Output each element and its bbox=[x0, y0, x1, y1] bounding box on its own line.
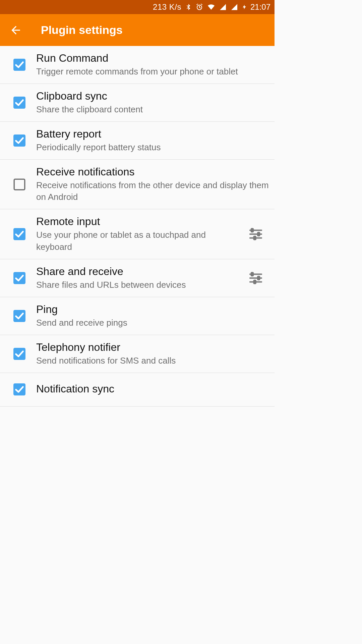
checkbox-telephony-notifier[interactable] bbox=[3, 348, 36, 360]
plugin-subtitle: Share files and URLs between devices bbox=[36, 279, 242, 291]
signal-icon bbox=[219, 3, 227, 11]
plugin-text: Run CommandTrigger remote commands from … bbox=[36, 52, 269, 77]
status-bar: 213 K/s 21:07 bbox=[0, 0, 275, 14]
plugin-title: Clipboard sync bbox=[36, 90, 269, 102]
plugin-title: Telephony notifier bbox=[36, 341, 269, 354]
checkbox-share-and-receive[interactable] bbox=[3, 272, 36, 284]
bluetooth-icon bbox=[185, 3, 192, 11]
checkbox-receive-notifications[interactable] bbox=[3, 178, 36, 191]
checkbox-ping[interactable] bbox=[3, 310, 36, 322]
checkbox-checked-icon bbox=[13, 228, 25, 240]
network-speed: 213 K/s bbox=[153, 2, 181, 12]
plugin-settings-button-remote-input[interactable] bbox=[242, 226, 269, 242]
clock: 21:07 bbox=[250, 2, 270, 12]
plugin-row-clipboard-sync[interactable]: Clipboard syncShare the clipboard conten… bbox=[0, 84, 275, 122]
plugin-title: Ping bbox=[36, 303, 269, 316]
plugin-text: Remote inputUse your phone or tablet as … bbox=[36, 215, 242, 253]
plugin-subtitle: Share the clipboard content bbox=[36, 104, 269, 115]
plugin-row-run-command[interactable]: Run CommandTrigger remote commands from … bbox=[0, 46, 275, 84]
checkbox-run-command[interactable] bbox=[3, 59, 36, 71]
plugin-row-receive-notifications[interactable]: Receive notificationsReceive notificatio… bbox=[0, 160, 275, 209]
plugin-text: Receive notificationsReceive notificatio… bbox=[36, 166, 269, 203]
plugin-text: Telephony notifierSend notifications for… bbox=[36, 341, 269, 367]
sliders-icon bbox=[248, 226, 263, 242]
plugin-row-share-and-receive[interactable]: Share and receiveShare files and URLs be… bbox=[0, 259, 275, 297]
plugin-title: Notification sync bbox=[36, 383, 269, 395]
checkbox-notification-sync[interactable] bbox=[3, 383, 36, 395]
page-title: Plugin settings bbox=[41, 23, 123, 37]
checkbox-clipboard-sync[interactable] bbox=[3, 97, 36, 109]
plugin-row-telephony-notifier[interactable]: Telephony notifierSend notifications for… bbox=[0, 335, 275, 373]
checkbox-unchecked-icon bbox=[13, 178, 25, 191]
plugin-text: Battery reportPeriodically report batter… bbox=[36, 128, 269, 153]
checkbox-battery-report[interactable] bbox=[3, 135, 36, 147]
charging-icon bbox=[242, 3, 247, 11]
plugin-row-notification-sync[interactable]: Notification sync bbox=[0, 373, 275, 407]
plugin-title: Battery report bbox=[36, 128, 269, 140]
plugin-settings-button-share-and-receive[interactable] bbox=[242, 270, 269, 286]
plugin-subtitle: Send and receive pings bbox=[36, 317, 269, 329]
back-button[interactable] bbox=[4, 18, 27, 42]
wifi-icon bbox=[207, 3, 216, 11]
plugin-subtitle: Receive notifications from the other dev… bbox=[36, 179, 269, 203]
plugin-row-battery-report[interactable]: Battery reportPeriodically report batter… bbox=[0, 122, 275, 160]
back-arrow-icon bbox=[9, 24, 22, 37]
plugin-title: Run Command bbox=[36, 52, 269, 64]
checkbox-checked-icon bbox=[13, 135, 25, 147]
plugin-row-ping[interactable]: PingSend and receive pings bbox=[0, 297, 275, 335]
plugin-text: Notification sync bbox=[36, 383, 269, 396]
plugin-text: PingSend and receive pings bbox=[36, 303, 269, 329]
signal-icon-2 bbox=[230, 3, 238, 11]
checkbox-checked-icon bbox=[13, 97, 25, 109]
plugin-list: Run CommandTrigger remote commands from … bbox=[0, 46, 275, 407]
plugin-subtitle: Send notifications for SMS and calls bbox=[36, 355, 269, 367]
checkbox-remote-input[interactable] bbox=[3, 228, 36, 240]
plugin-title: Remote input bbox=[36, 215, 242, 228]
plugin-row-remote-input[interactable]: Remote inputUse your phone or tablet as … bbox=[0, 209, 275, 259]
checkbox-checked-icon bbox=[13, 348, 25, 360]
checkbox-checked-icon bbox=[13, 310, 25, 322]
app-bar: Plugin settings bbox=[0, 14, 275, 46]
checkbox-checked-icon bbox=[13, 272, 25, 284]
plugin-text: Share and receiveShare files and URLs be… bbox=[36, 265, 242, 291]
plugin-subtitle: Use your phone or tablet as a touchpad a… bbox=[36, 229, 242, 253]
alarm-icon bbox=[195, 3, 203, 11]
plugin-text: Clipboard syncShare the clipboard conten… bbox=[36, 90, 269, 115]
checkbox-checked-icon bbox=[13, 59, 25, 71]
plugin-subtitle: Periodically report battery status bbox=[36, 142, 269, 153]
plugin-title: Share and receive bbox=[36, 265, 242, 278]
sliders-icon bbox=[248, 270, 263, 286]
plugin-subtitle: Trigger remote commands from your phone … bbox=[36, 66, 269, 77]
checkbox-checked-icon bbox=[13, 383, 25, 395]
plugin-title: Receive notifications bbox=[36, 166, 269, 178]
